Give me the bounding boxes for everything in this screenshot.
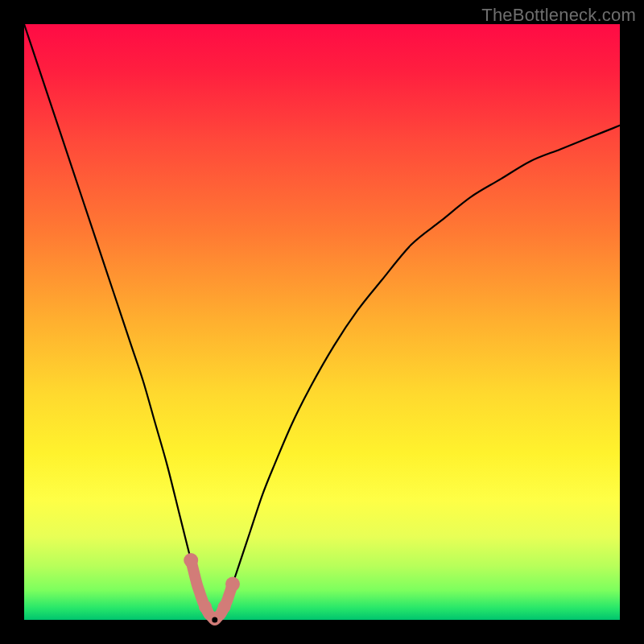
marker-corner-left [199,601,212,613]
bottleneck-curve-svg [24,24,620,620]
marker-endpoint-left [184,553,198,568]
bottleneck-curve-path [24,24,620,620]
optimum-point [212,617,217,623]
watermark-text: TheBottleneck.com [481,5,636,26]
chart-plot-area [24,24,620,620]
marker-endpoint-right [225,577,240,592]
marker-corner-right [218,601,231,613]
